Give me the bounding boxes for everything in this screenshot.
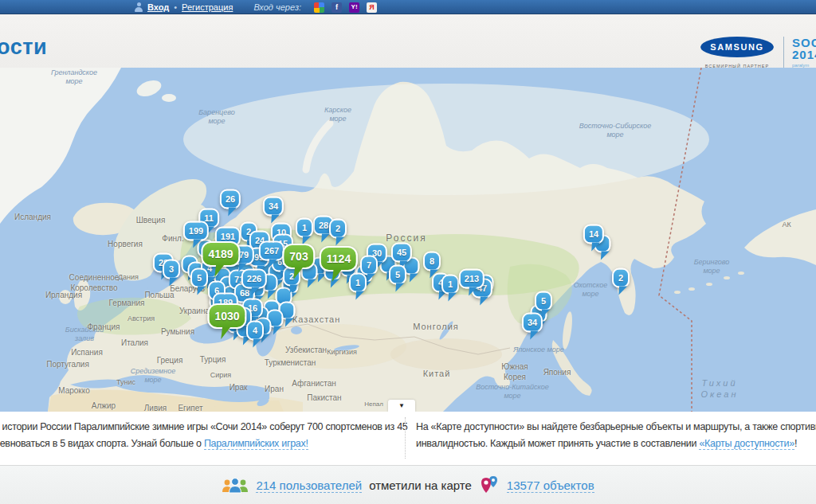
map-cluster-marker[interactable]: 1030 bbox=[207, 303, 246, 329]
map-cluster-marker[interactable]: 1 bbox=[441, 275, 459, 295]
users-count-link[interactable]: 214 пользователей bbox=[256, 479, 362, 493]
map-cluster-marker[interactable]: 703 bbox=[282, 244, 315, 269]
panel-collapse-button[interactable]: ▼ bbox=[388, 400, 415, 412]
login-via-label: Вход через: bbox=[253, 2, 301, 12]
map-cluster-marker[interactable]: 4189 bbox=[201, 241, 240, 267]
separator-dot: • bbox=[174, 2, 177, 12]
top-login-bar: Вход • Регистрация Вход через: f Y! Я bbox=[0, 0, 816, 14]
footer-action-text: отметили на карте bbox=[369, 479, 472, 492]
samsung-logo: SAMSUNG bbox=[700, 37, 774, 57]
map-cluster-marker[interactable]: 226 bbox=[241, 269, 267, 289]
map-cluster-marker[interactable]: 5 bbox=[535, 291, 552, 311]
map-cluster-marker[interactable]: 213 bbox=[459, 269, 484, 289]
google-login-icon[interactable] bbox=[314, 2, 324, 13]
objects-count-link[interactable]: 13577 объектов bbox=[507, 479, 594, 493]
stats-footer: 214 пользователей отметили на карте 1357… bbox=[0, 465, 816, 504]
access-info-line2: инвалидностью. Каждый может принять учас… bbox=[416, 438, 699, 449]
map-landmass-svg bbox=[0, 68, 816, 412]
map-cluster-marker[interactable]: 45 bbox=[391, 243, 412, 263]
yahoo-login-icon[interactable]: Y! bbox=[349, 2, 359, 13]
access-info-line1: На «Карте доступности» вы найдете безбар… bbox=[416, 421, 816, 432]
facebook-login-icon[interactable]: f bbox=[332, 2, 342, 13]
sochi-info-text: в истории России Паралимпийские зимние и… bbox=[0, 419, 408, 452]
map-cluster-marker[interactable]: 1 bbox=[349, 273, 367, 293]
partner-logos: SAMSUNG ВСЕМИРНЫЙ ПАРТНЕР SOCHI 2014 par… bbox=[700, 37, 816, 72]
sochi-logo-line1: SOCHI bbox=[792, 37, 816, 49]
info-panel: в истории России Паралимпийские зимние и… bbox=[0, 412, 816, 465]
map-cluster-marker[interactable]: 5 bbox=[190, 268, 208, 288]
map-cluster-marker[interactable]: 3 bbox=[163, 260, 180, 279]
map-cluster-marker[interactable]: 7 bbox=[360, 256, 378, 275]
site-header: ости Карта доступностиПаралимпийские игр… bbox=[0, 14, 816, 68]
map-cluster-marker[interactable]: 26 bbox=[220, 189, 241, 209]
map-cluster-marker[interactable]: 4 bbox=[246, 321, 264, 341]
yandex-login-icon[interactable]: Я bbox=[367, 2, 377, 13]
paralympic-games-link[interactable]: Паралимпийских играх! bbox=[204, 438, 308, 450]
access-info-suffix: ! bbox=[794, 438, 797, 449]
map-cluster-marker[interactable]: 5 bbox=[389, 265, 406, 285]
sochi-2014-logo: SOCHI 2014 paralym bbox=[792, 37, 816, 68]
register-link[interactable]: Регистрация bbox=[182, 2, 233, 12]
site-logo[interactable]: ости bbox=[0, 35, 47, 60]
map-cluster-marker[interactable]: 1124 bbox=[320, 246, 358, 272]
access-map-info-text: На «Карте доступности» вы найдете безбар… bbox=[416, 419, 816, 452]
map-cluster-marker[interactable]: 199 bbox=[183, 221, 209, 241]
partner-divider bbox=[783, 37, 784, 72]
sochi-info-line1: в истории России Паралимпийские зимние и… bbox=[0, 421, 408, 432]
sochi-logo-line2: 2014 bbox=[792, 49, 816, 61]
map-cluster-marker[interactable]: 267 bbox=[259, 241, 284, 261]
map-cluster-marker[interactable]: 1 bbox=[296, 218, 313, 238]
map-cluster-marker[interactable]: 2 bbox=[612, 268, 630, 288]
map-pins-icon bbox=[479, 475, 500, 496]
users-group-icon bbox=[222, 477, 249, 494]
chevron-down-icon: ▼ bbox=[398, 402, 405, 409]
user-icon bbox=[134, 2, 143, 12]
map-canvas[interactable]: Гренландское мореБаренцево мореКарское м… bbox=[0, 68, 816, 412]
map-cluster-marker[interactable]: 34 bbox=[522, 313, 543, 333]
map-cluster-marker[interactable]: 14 bbox=[583, 225, 604, 244]
panel-divider bbox=[405, 417, 406, 459]
sochi-info-line2: ревноваться в 5 видах спорта. Узнай боль… bbox=[0, 438, 204, 449]
map-cluster-marker[interactable]: 2 bbox=[329, 219, 347, 239]
map-cluster-marker[interactable]: 8 bbox=[423, 252, 441, 272]
login-link[interactable]: Вход bbox=[147, 2, 169, 12]
access-map-link[interactable]: «Карты доступности» bbox=[699, 438, 794, 450]
map-cluster-marker[interactable]: 34 bbox=[263, 197, 284, 217]
